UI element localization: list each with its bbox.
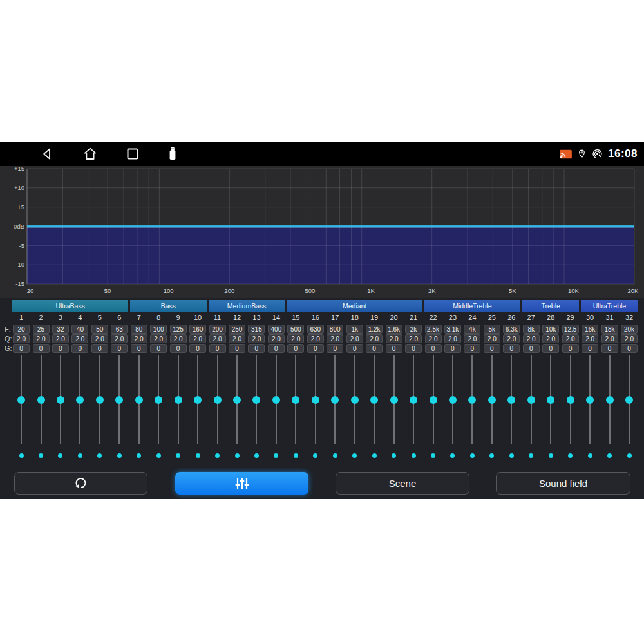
frequency-value-box[interactable]: 12.5 — [562, 325, 579, 334]
gain-value-box[interactable]: 0 — [229, 344, 245, 353]
q-factor-value-box[interactable]: 2.0 — [542, 334, 559, 343]
q-factor-value-box[interactable]: 2.0 — [425, 334, 442, 343]
gain-slider-thumb[interactable] — [567, 396, 574, 404]
gain-value-box[interactable]: 0 — [71, 344, 88, 353]
gain-slider-thumb[interactable] — [233, 396, 241, 404]
gain-value-box[interactable]: 0 — [150, 344, 167, 353]
q-factor-value-box[interactable]: 2.0 — [33, 334, 50, 343]
frequency-value-box[interactable]: 630 — [307, 325, 324, 334]
gain-value-box[interactable]: 0 — [327, 344, 343, 353]
frequency-value-box[interactable]: 1.6k — [386, 325, 402, 334]
gain-value-box[interactable]: 0 — [542, 344, 559, 353]
q-factor-value-box[interactable]: 2.0 — [405, 334, 422, 343]
frequency-value-box[interactable]: 160 — [189, 325, 206, 334]
gain-slider-thumb[interactable] — [430, 396, 437, 404]
q-factor-value-box[interactable]: 2.0 — [229, 334, 245, 343]
gain-value-box[interactable]: 0 — [444, 344, 461, 353]
gain-value-box[interactable]: 0 — [33, 344, 50, 353]
gain-value-box[interactable]: 0 — [601, 344, 618, 353]
gain-value-box[interactable]: 0 — [91, 344, 108, 353]
sound-field-button[interactable]: Sound field — [496, 472, 630, 495]
q-factor-value-box[interactable]: 2.0 — [71, 334, 88, 343]
gain-value-box[interactable]: 0 — [582, 344, 598, 353]
q-factor-value-box[interactable]: 2.0 — [582, 334, 598, 343]
gain-slider-thumb[interactable] — [175, 396, 182, 404]
frequency-value-box[interactable]: 25 — [33, 325, 50, 334]
q-factor-value-box[interactable]: 2.0 — [91, 334, 108, 343]
gain-value-box[interactable]: 0 — [287, 344, 304, 353]
gain-slider-thumb[interactable] — [410, 396, 417, 404]
gain-value-box[interactable]: 0 — [307, 344, 324, 353]
frequency-value-box[interactable]: 8k — [523, 325, 540, 334]
gain-value-box[interactable]: 0 — [484, 344, 500, 353]
q-factor-value-box[interactable]: 2.0 — [562, 334, 579, 343]
gain-slider-thumb[interactable] — [331, 396, 339, 404]
gain-slider-thumb[interactable] — [57, 396, 64, 404]
q-factor-value-box[interactable]: 2.0 — [484, 334, 500, 343]
gain-value-box[interactable]: 0 — [621, 344, 638, 353]
gain-value-box[interactable]: 0 — [405, 344, 422, 353]
frequency-value-box[interactable]: 200 — [209, 325, 226, 334]
frequency-value-box[interactable]: 50 — [91, 325, 108, 334]
gain-slider-thumb[interactable] — [214, 396, 222, 404]
frequency-value-box[interactable]: 2.5k — [425, 325, 442, 334]
q-factor-value-box[interactable]: 2.0 — [131, 334, 147, 343]
frequency-value-box[interactable]: 500 — [287, 325, 304, 334]
gain-slider-thumb[interactable] — [468, 396, 476, 404]
q-factor-value-box[interactable]: 2.0 — [523, 334, 540, 343]
gain-slider-thumb[interactable] — [351, 396, 359, 404]
frequency-value-box[interactable]: 16k — [582, 325, 598, 334]
frequency-value-box[interactable]: 125 — [170, 325, 187, 334]
gain-slider-thumb[interactable] — [252, 396, 260, 404]
equalizer-button[interactable] — [175, 472, 308, 495]
q-factor-value-box[interactable]: 2.0 — [287, 334, 304, 343]
frequency-value-box[interactable]: 3.1k — [444, 325, 461, 334]
q-factor-value-box[interactable]: 2.0 — [150, 334, 167, 343]
gain-value-box[interactable]: 0 — [503, 344, 520, 353]
q-factor-value-box[interactable]: 2.0 — [209, 334, 226, 343]
q-factor-value-box[interactable]: 2.0 — [386, 334, 402, 343]
gain-value-box[interactable]: 0 — [386, 344, 402, 353]
gain-slider-thumb[interactable] — [272, 396, 280, 404]
gain-slider-thumb[interactable] — [547, 396, 554, 404]
q-factor-value-box[interactable]: 2.0 — [111, 334, 128, 343]
q-factor-value-box[interactable]: 2.0 — [268, 334, 285, 343]
scene-button[interactable]: Scene — [336, 472, 469, 495]
gain-slider-thumb[interactable] — [155, 396, 162, 404]
q-factor-value-box[interactable]: 2.0 — [170, 334, 187, 343]
frequency-value-box[interactable]: 10k — [542, 325, 559, 334]
frequency-value-box[interactable]: 100 — [150, 325, 167, 334]
gain-slider-thumb[interactable] — [390, 396, 398, 404]
q-factor-value-box[interactable]: 2.0 — [13, 334, 30, 343]
gain-value-box[interactable]: 0 — [523, 344, 540, 353]
gain-value-box[interactable]: 0 — [248, 344, 265, 353]
frequency-value-box[interactable]: 4k — [464, 325, 480, 334]
frequency-value-box[interactable]: 32 — [52, 325, 69, 334]
gain-value-box[interactable]: 0 — [13, 344, 30, 353]
gain-slider-thumb[interactable] — [625, 396, 633, 404]
gain-slider-thumb[interactable] — [370, 396, 378, 404]
frequency-value-box[interactable]: 18k — [601, 325, 618, 334]
gain-value-box[interactable]: 0 — [425, 344, 442, 353]
frequency-value-box[interactable]: 2k — [405, 325, 422, 334]
gain-value-box[interactable]: 0 — [366, 344, 383, 353]
gain-slider-thumb[interactable] — [507, 396, 515, 404]
gain-value-box[interactable]: 0 — [346, 344, 363, 353]
q-factor-value-box[interactable]: 2.0 — [366, 334, 383, 343]
q-factor-value-box[interactable]: 2.0 — [464, 334, 480, 343]
frequency-value-box[interactable]: 400 — [268, 325, 285, 334]
frequency-value-box[interactable]: 80 — [131, 325, 147, 334]
gain-slider-thumb[interactable] — [488, 396, 496, 404]
gain-slider-thumb[interactable] — [586, 396, 594, 404]
frequency-value-box[interactable]: 20 — [13, 325, 30, 334]
frequency-value-box[interactable]: 250 — [229, 325, 245, 334]
gain-value-box[interactable]: 0 — [52, 344, 69, 353]
frequency-value-box[interactable]: 1k — [346, 325, 363, 334]
frequency-value-box[interactable]: 63 — [111, 325, 128, 334]
frequency-value-box[interactable]: 40 — [71, 325, 88, 334]
gain-slider-thumb[interactable] — [312, 396, 319, 404]
gain-value-box[interactable]: 0 — [131, 344, 147, 353]
frequency-value-box[interactable]: 315 — [248, 325, 265, 334]
gain-slider-thumb[interactable] — [135, 396, 143, 404]
q-factor-value-box[interactable]: 2.0 — [444, 334, 461, 343]
